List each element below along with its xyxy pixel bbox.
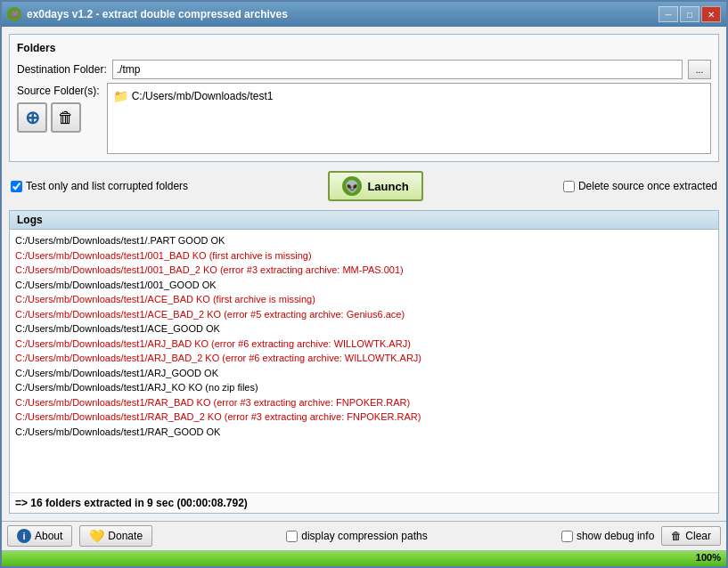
about-button[interactable]: i About: [7, 525, 72, 547]
test-only-label[interactable]: Test only and list corrupted folders: [11, 180, 188, 192]
add-source-button[interactable]: ⊕: [17, 102, 47, 133]
logs-title: Logs: [10, 211, 718, 230]
test-only-checkbox[interactable]: [11, 181, 22, 192]
folders-title: Folders: [17, 42, 711, 54]
display-paths-checkbox[interactable]: [286, 531, 298, 542]
log-line: C:/Users/mb/Downloads/test1/001_GOOD OK: [15, 278, 713, 293]
log-line: C:/Users/mb/Downloads/test1/ARJ_KO KO (n…: [15, 380, 713, 395]
title-bar: 👾 ex0days v1.2 - extract double compress…: [2, 2, 726, 27]
donate-label: Donate: [108, 530, 143, 542]
source-label-area: Source Folder(s): ⊕ 🗑: [17, 83, 100, 154]
clear-label: Clear: [685, 530, 711, 542]
log-summary: => 16 folders extracted in 9 sec (00:00:…: [10, 492, 718, 513]
log-line: C:/Users/mb/Downloads/test1/ACE_BAD KO (…: [15, 292, 713, 307]
close-button[interactable]: ✕: [701, 6, 721, 22]
info-icon: i: [17, 529, 31, 543]
clear-icon: 🗑: [671, 530, 682, 542]
source-list: 📁 C:/Users/mb/Downloads/test1: [107, 83, 711, 154]
list-item: 📁 C:/Users/mb/Downloads/test1: [111, 87, 707, 105]
delete-source-text: Delete source once extracted: [578, 180, 717, 192]
minimize-button[interactable]: ─: [658, 6, 678, 22]
dest-label: Destination Folder:: [17, 63, 107, 76]
log-line: C:/Users/mb/Downloads/test1/.PART GOOD O…: [15, 233, 713, 248]
delete-source-checkbox[interactable]: [563, 181, 575, 192]
source-area: Source Folder(s): ⊕ 🗑 📁 C:/Users/mb/Down…: [17, 83, 711, 154]
main-window: 👾 ex0days v1.2 - extract double compress…: [0, 0, 728, 568]
delete-source-button[interactable]: 🗑: [51, 102, 81, 133]
log-line: C:/Users/mb/Downloads/test1/001_BAD KO (…: [15, 248, 713, 264]
launch-button[interactable]: 👽 Launch: [328, 171, 422, 201]
heart-icon: 💛: [89, 529, 104, 543]
log-line: C:/Users/mb/Downloads/test1/ARJ_BAD KO (…: [15, 337, 713, 352]
source-label: Source Folder(s):: [17, 85, 100, 97]
alien-icon: 👽: [342, 176, 362, 196]
log-line: C:/Users/mb/Downloads/test1/ACE_GOOD OK: [15, 321, 713, 337]
folder-icon: 📁: [113, 89, 128, 103]
clear-button[interactable]: 🗑 Clear: [661, 526, 721, 546]
log-line: C:/Users/mb/Downloads/test1/ARJ_BAD_2 KO…: [15, 351, 713, 366]
window-title: ex0days v1.2 - extract double compressed…: [27, 8, 288, 20]
logs-section: Logs C:/Users/mb/Downloads/test1/.PART G…: [9, 210, 719, 514]
log-line: C:/Users/mb/Downloads/test1/RAR_BAD KO (…: [15, 395, 713, 410]
trash-icon: 🗑: [58, 109, 74, 127]
main-content: Folders Destination Folder: ... Source F…: [2, 27, 726, 521]
show-debug-checkbox[interactable]: [561, 531, 573, 542]
title-bar-left: 👾 ex0days v1.2 - extract double compress…: [7, 7, 288, 21]
logs-content[interactable]: C:/Users/mb/Downloads/test1/.PART GOOD O…: [10, 230, 718, 492]
log-line: C:/Users/mb/Downloads/test1/ARJ_GOOD OK: [15, 366, 713, 381]
log-line: C:/Users/mb/Downloads/test1/RAR_BAD_2 KO…: [15, 410, 713, 425]
source-path: C:/Users/mb/Downloads/test1: [132, 90, 274, 102]
folders-section: Folders Destination Folder: ... Source F…: [9, 34, 719, 162]
delete-source-label[interactable]: Delete source once extracted: [563, 180, 717, 192]
add-icon: ⊕: [25, 107, 40, 128]
log-line: C:/Users/mb/Downloads/test1/RAR_GOOD OK: [15, 425, 713, 440]
about-label: About: [35, 530, 62, 542]
destination-input[interactable]: [112, 60, 683, 79]
browse-button[interactable]: ...: [688, 60, 711, 79]
bottom-bar: i About 💛 Donate display compression pat…: [2, 521, 726, 550]
show-debug-option[interactable]: show debug info: [561, 530, 654, 542]
source-action-buttons: ⊕ 🗑: [17, 102, 100, 133]
log-line: C:/Users/mb/Downloads/test1/001_BAD_2 KO…: [15, 263, 713, 278]
logs-wrapper: C:/Users/mb/Downloads/test1/.PART GOOD O…: [10, 230, 718, 492]
progress-label: 100%: [696, 552, 721, 563]
title-controls: ─ □ ✕: [658, 6, 721, 22]
test-only-text: Test only and list corrupted folders: [26, 180, 188, 192]
donate-button[interactable]: 💛 Donate: [79, 525, 152, 547]
progress-bar-container: 100%: [2, 550, 726, 566]
display-paths-label: display compression paths: [301, 530, 427, 542]
maximize-button[interactable]: □: [680, 6, 699, 22]
app-icon: 👾: [7, 7, 21, 21]
show-debug-label: show debug info: [577, 530, 654, 542]
progress-bar-fill: [2, 551, 726, 566]
log-line: C:/Users/mb/Downloads/test1/ACE_BAD_2 KO…: [15, 307, 713, 322]
launch-label: Launch: [367, 180, 408, 193]
display-paths-option[interactable]: display compression paths: [286, 530, 427, 542]
options-row: Test only and list corrupted folders 👽 L…: [9, 167, 719, 205]
destination-row: Destination Folder: ...: [17, 60, 711, 79]
